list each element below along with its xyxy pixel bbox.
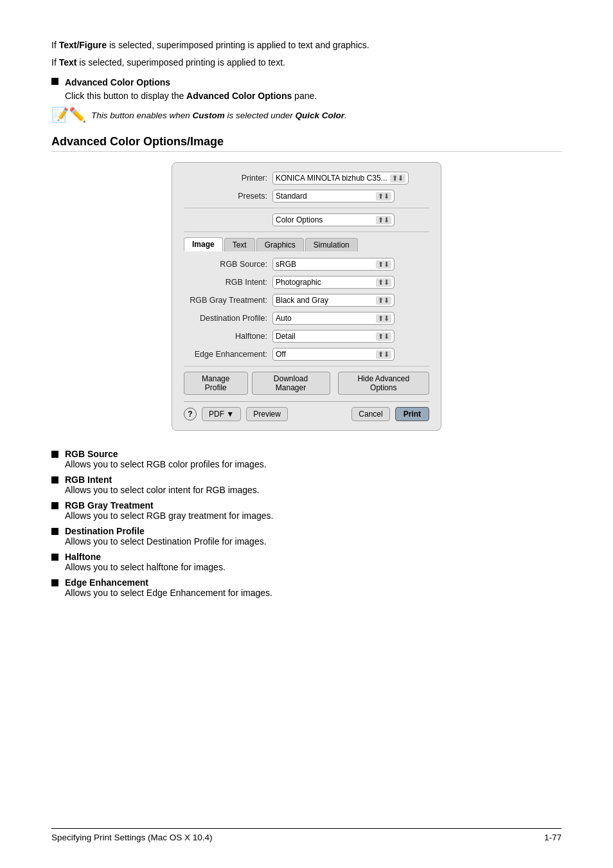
tab-text[interactable]: Text bbox=[224, 238, 255, 251]
rgb-intent-label: RGB Intent: bbox=[184, 278, 267, 287]
dialog-wrapper: Printer: KONICA MINOLTA bizhub C35... ⬆⬇… bbox=[51, 162, 562, 431]
tab-image[interactable]: Image bbox=[184, 237, 223, 251]
preview-button[interactable]: Preview bbox=[246, 407, 288, 421]
halftone-arrow-icon: ⬆⬇ bbox=[376, 332, 391, 341]
desc-rgb-source-heading: RGB Source bbox=[65, 449, 118, 459]
pdf-button[interactable]: PDF ▼ bbox=[202, 407, 241, 421]
rgb-source-row: RGB Source: sRGB ⬆⬇ bbox=[184, 258, 429, 271]
cancel-button[interactable]: Cancel bbox=[351, 407, 389, 421]
page-footer: Specifying Print Settings (Mac OS X 10.4… bbox=[51, 828, 562, 842]
edge-enhancement-select[interactable]: Off ⬆⬇ bbox=[272, 348, 395, 361]
desc-rgb-gray-heading: RGB Gray Treatment bbox=[65, 500, 154, 511]
page: If Text/Figure is selected, superimposed… bbox=[0, 0, 613, 868]
printer-select[interactable]: KONICA MINOLTA bizhub C35... ⬆⬇ bbox=[272, 172, 409, 185]
presets-select[interactable]: Standard ⬆⬇ bbox=[272, 190, 395, 203]
description-bullets: RGB Source Allows you to select RGB colo… bbox=[51, 449, 562, 598]
rgb-source-value: sRGB bbox=[276, 260, 373, 269]
desc-halftone-text: Allows you to select halftone for images… bbox=[65, 562, 226, 572]
bullet-icon-rgb-source bbox=[51, 451, 58, 458]
printer-value: KONICA MINOLTA bizhub C35... bbox=[276, 174, 387, 183]
tab-graphics[interactable]: Graphics bbox=[256, 238, 304, 251]
rgb-intent-arrow-icon: ⬆⬇ bbox=[376, 278, 391, 287]
desc-rgb-gray-content: RGB Gray Treatment Allows you to select … bbox=[65, 500, 273, 521]
note-block: 📝✏️ This button enables when Custom is s… bbox=[51, 109, 562, 122]
halftone-value: Detail bbox=[276, 332, 373, 341]
bullet-icon-rgb-intent bbox=[51, 476, 58, 484]
bullet-icon-halftone bbox=[51, 554, 58, 561]
desc-rgb-intent-content: RGB Intent Allows you to select color in… bbox=[65, 475, 260, 495]
rgb-intent-row: RGB Intent: Photographic ⬆⬇ bbox=[184, 276, 429, 289]
tab-simulation[interactable]: Simulation bbox=[305, 238, 358, 251]
print-button[interactable]: Print bbox=[395, 407, 429, 421]
rgb-intent-value: Photographic bbox=[276, 278, 373, 287]
print-dialog: Printer: KONICA MINOLTA bizhub C35... ⬆⬇… bbox=[172, 162, 441, 431]
desc-dest-profile-text: Allows you to select Destination Profile… bbox=[65, 536, 267, 547]
dialog-divider-3 bbox=[184, 366, 429, 366]
note-icon: 📝✏️ bbox=[51, 108, 86, 122]
bullet-icon-edge bbox=[51, 579, 58, 586]
section-heading: Advanced Color Options/Image bbox=[51, 135, 562, 152]
manage-profile-button[interactable]: Manage Profile bbox=[184, 372, 248, 395]
edge-enhancement-value: Off bbox=[276, 350, 373, 359]
desc-rgb-source-content: RGB Source Allows you to select RGB colo… bbox=[65, 449, 267, 469]
desc-halftone: Halftone Allows you to select halftone f… bbox=[51, 552, 562, 572]
intro-line2: If Text is selected, superimposed printi… bbox=[51, 56, 562, 69]
rgb-gray-select[interactable]: Black and Gray ⬆⬇ bbox=[272, 294, 395, 307]
rgb-source-arrow-icon: ⬆⬇ bbox=[376, 260, 391, 269]
dialog-bottom-row: Manage Profile Download Manager Hide Adv… bbox=[184, 372, 429, 395]
desc-halftone-content: Halftone Allows you to select halftone f… bbox=[65, 552, 226, 572]
desc-rgb-intent: RGB Intent Allows you to select color in… bbox=[51, 475, 562, 495]
printer-label: Printer: bbox=[184, 174, 267, 183]
dialog-footer: ? PDF ▼ Preview Cancel Print bbox=[184, 401, 429, 421]
tabs-row: Image Text Graphics Simulation bbox=[184, 237, 429, 251]
rgb-gray-arrow-icon: ⬆⬇ bbox=[376, 296, 391, 305]
bullet-square-icon bbox=[51, 78, 58, 85]
dest-profile-arrow-icon: ⬆⬇ bbox=[376, 314, 391, 323]
halftone-row: Halftone: Detail ⬆⬇ bbox=[184, 330, 429, 343]
bullet-icon-dest-profile bbox=[51, 528, 58, 535]
desc-rgb-intent-heading: RGB Intent bbox=[65, 475, 112, 485]
edge-enhancement-row: Edge Enhancement: Off ⬆⬇ bbox=[184, 348, 429, 361]
dest-profile-select[interactable]: Auto ⬆⬇ bbox=[272, 312, 395, 325]
dest-profile-row: Destination Profile: Auto ⬆⬇ bbox=[184, 312, 429, 325]
color-options-arrow-icon: ⬆⬇ bbox=[376, 216, 391, 224]
hide-advanced-button[interactable]: Hide Advanced Options bbox=[338, 372, 429, 395]
desc-rgb-gray: RGB Gray Treatment Allows you to select … bbox=[51, 500, 562, 521]
dest-profile-label: Destination Profile: bbox=[184, 314, 267, 323]
printer-row: Printer: KONICA MINOLTA bizhub C35... ⬆⬇ bbox=[184, 172, 429, 185]
halftone-select[interactable]: Detail ⬆⬇ bbox=[272, 330, 395, 343]
desc-dest-profile-content: Destination Profile Allows you to select… bbox=[65, 526, 267, 547]
footer-right-text: 1-77 bbox=[544, 833, 562, 842]
bullet-advanced-color-content: Advanced Color Options Click this button… bbox=[65, 76, 317, 103]
bullet-icon-rgb-gray bbox=[51, 502, 58, 509]
color-options-select[interactable]: Color Options ⬆⬇ bbox=[272, 213, 395, 226]
help-button[interactable]: ? bbox=[184, 408, 197, 420]
rgb-gray-row: RGB Gray Treatment: Black and Gray ⬆⬇ bbox=[184, 294, 429, 307]
bullet-advanced-color: Advanced Color Options Click this button… bbox=[51, 76, 562, 103]
edge-enhancement-arrow-icon: ⬆⬇ bbox=[376, 350, 391, 359]
edge-enhancement-label: Edge Enhancement: bbox=[184, 350, 267, 359]
desc-edge-text: Allows you to select Edge Enhancement fo… bbox=[65, 588, 272, 598]
color-options-value: Color Options bbox=[276, 215, 373, 224]
dialog-divider-1 bbox=[184, 208, 429, 208]
halftone-label: Halftone: bbox=[184, 332, 267, 341]
intro-line1: If Text/Figure is selected, superimposed… bbox=[51, 39, 562, 52]
desc-rgb-source: RGB Source Allows you to select RGB colo… bbox=[51, 449, 562, 469]
presets-value: Standard bbox=[276, 192, 373, 201]
dialog-divider-2 bbox=[184, 231, 429, 232]
desc-rgb-source-text: Allows you to select RGB color profiles … bbox=[65, 459, 267, 469]
rgb-gray-value: Black and Gray bbox=[276, 296, 373, 305]
download-manager-button[interactable]: Download Manager bbox=[252, 372, 330, 395]
desc-halftone-heading: Halftone bbox=[65, 552, 101, 562]
desc-rgb-intent-text: Allows you to select color intent for RG… bbox=[65, 485, 260, 495]
rgb-source-label: RGB Source: bbox=[184, 260, 267, 269]
desc-dest-profile: Destination Profile Allows you to select… bbox=[51, 526, 562, 547]
presets-row: Presets: Standard ⬆⬇ bbox=[184, 190, 429, 203]
desc-edge-content: Edge Enhancement Allows you to select Ed… bbox=[65, 577, 272, 598]
rgb-intent-select[interactable]: Photographic ⬆⬇ bbox=[272, 276, 395, 289]
presets-arrow-icon: ⬆⬇ bbox=[376, 192, 391, 201]
desc-rgb-gray-text: Allows you to select RGB gray treatment … bbox=[65, 511, 273, 521]
footer-left-text: Specifying Print Settings (Mac OS X 10.4… bbox=[51, 833, 213, 842]
rgb-source-select[interactable]: sRGB ⬆⬇ bbox=[272, 258, 395, 271]
desc-edge-enhancement: Edge Enhancement Allows you to select Ed… bbox=[51, 577, 562, 598]
